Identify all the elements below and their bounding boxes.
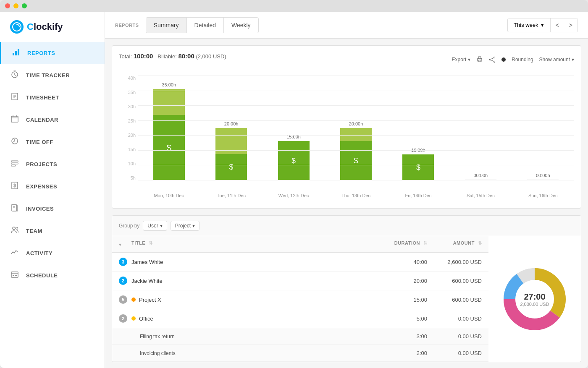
sidebar-item-reports[interactable]: REPORTS <box>0 42 105 64</box>
y-label-25: 25h <box>119 118 136 123</box>
sidebar-label-schedule: SCHEDULE <box>26 272 58 279</box>
row-amount: 600.00 USD <box>427 278 482 284</box>
table-row-sub[interactable]: Invoicing clients 2:00 0.00 USD <box>112 345 488 362</box>
y-label-15: 15h <box>119 147 136 152</box>
donut-center: 27:00 2,000.00 USD <box>520 292 549 306</box>
svg-rect-3 <box>18 49 19 55</box>
sidebar-item-team[interactable]: TEAM <box>0 220 105 242</box>
donut-section: 27:00 2,000.00 USD <box>488 236 581 362</box>
next-week-button[interactable]: > <box>564 18 578 32</box>
table-row[interactable]: 3 James White 40:00 2,600.00 USD <box>112 253 488 271</box>
color-picker[interactable] <box>501 57 506 62</box>
activity-icon <box>10 248 19 258</box>
titlebar <box>0 0 588 12</box>
bar-wed[interactable]: 15:00h $ <box>262 76 325 180</box>
expand-col: ▾ <box>119 240 131 248</box>
sidebar-label-team: TEAM <box>26 228 42 234</box>
week-label[interactable]: This week ▾ <box>508 18 550 31</box>
x-label-sun: Sun, 16th Dec <box>512 193 574 198</box>
export-button[interactable]: Export ▾ <box>452 57 471 63</box>
bar-fri[interactable]: 10:00h $ <box>387 76 449 180</box>
row-amount: 0.00 USD <box>427 350 482 356</box>
project-dot <box>131 298 136 302</box>
chevron-down-icon: ▾ <box>468 57 470 63</box>
row-duration: 5:00 <box>377 316 427 322</box>
logo: Clockify <box>0 12 105 42</box>
logo-text: Clockify <box>27 21 63 32</box>
sidebar-item-time-tracker[interactable]: TIME TRACKER <box>0 64 105 86</box>
sidebar-item-activity[interactable]: ACTIVITY <box>0 242 105 264</box>
bar-label-tue: 20:00h <box>224 121 239 126</box>
header-left: REPORTS Summary Detailed Weekly <box>115 17 259 33</box>
billable-amount: (2,000 USD) <box>196 53 226 60</box>
prev-week-button[interactable]: < <box>550 18 564 32</box>
bar-thu[interactable]: 20:00h $ <box>325 76 387 180</box>
sidebar-label-activity: ACTIVITY <box>26 250 52 256</box>
row-amount: 2,600.00 USD <box>427 259 482 265</box>
bar-mon[interactable]: 35:00h $ <box>138 76 200 180</box>
header-right: This week ▾ < > <box>507 18 578 32</box>
bar-sat: 00:00h <box>449 76 512 180</box>
sidebar-label-calendar: CALENDAR <box>26 117 58 123</box>
timesheet-icon <box>10 92 19 103</box>
sidebar-label-invoices: INVOICES <box>26 206 54 212</box>
group-by-label: Group by <box>119 223 139 229</box>
y-label-30: 30h <box>119 104 136 109</box>
maximize-button[interactable] <box>22 3 27 8</box>
sidebar: Clockify REPORTS <box>0 12 105 368</box>
x-label-tue: Tue, 11th Dec <box>200 193 262 198</box>
bar-label-sat: 00:00h <box>473 173 488 178</box>
week-selector: This week ▾ < > <box>507 18 578 32</box>
sidebar-item-invoices[interactable]: INVOICES <box>0 198 105 220</box>
donut-chart: 27:00 2,000.00 USD <box>499 264 570 335</box>
row-duration: 3:00 <box>377 333 427 339</box>
minimize-button[interactable] <box>13 3 18 8</box>
table-row[interactable]: 2 Office 5:00 0.00 USD <box>112 309 488 328</box>
print-button[interactable] <box>476 56 483 63</box>
sidebar-item-timesheet[interactable]: TIMESHEET <box>0 86 105 109</box>
col-duration: DURATION ⇅ <box>377 240 427 248</box>
calendar-icon <box>10 115 19 125</box>
close-button[interactable] <box>5 3 10 8</box>
donut-time: 27:00 <box>520 292 549 301</box>
sidebar-item-schedule[interactable]: SCHEDULE <box>0 264 105 287</box>
project-dot <box>131 316 136 321</box>
x-label-mon: Mon, 10th Dec <box>138 193 200 198</box>
main-content: REPORTS Summary Detailed Weekly This wee… <box>105 12 588 368</box>
user-badge: 2 <box>119 277 127 285</box>
total-value: 100:00 <box>134 52 153 60</box>
row-duration: 20:00 <box>377 278 427 284</box>
bar-label-fri: 10:00h <box>411 148 425 153</box>
bar-tue[interactable]: 20:00h $ <box>200 76 262 180</box>
tab-detailed[interactable]: Detailed <box>187 18 224 33</box>
table-row[interactable]: 5 Project X 15:00 600.00 USD <box>112 290 488 309</box>
project-badge: 5 <box>119 295 127 304</box>
tab-weekly[interactable]: Weekly <box>224 18 258 33</box>
svg-rect-26 <box>15 275 17 276</box>
tab-summary[interactable]: Summary <box>146 18 187 33</box>
sidebar-label-projects: PROJECTS <box>26 161 57 167</box>
svg-point-31 <box>494 57 495 58</box>
share-button[interactable] <box>489 56 496 63</box>
sidebar-item-time-off[interactable]: TIME OFF <box>0 131 105 153</box>
row-name: Project X <box>139 297 377 303</box>
svg-rect-25 <box>13 275 14 276</box>
group-by-project-select[interactable]: Project ▾ <box>171 221 200 231</box>
svg-point-32 <box>494 61 495 62</box>
group-by-user-select[interactable]: User ▾ <box>143 221 167 231</box>
rounding-button[interactable]: Rounding <box>512 57 533 63</box>
y-label-5: 5h <box>119 175 136 180</box>
show-amount-button[interactable]: Show amount ▾ <box>539 57 574 63</box>
sidebar-item-expenses[interactable]: EXPENSES <box>0 175 105 198</box>
bar-label-wed: 15:00h <box>286 134 301 139</box>
chevron-down-icon: ▾ <box>160 223 163 229</box>
sidebar-item-calendar[interactable]: CALENDAR <box>0 109 105 131</box>
sidebar-label-timesheet: TIMESHEET <box>26 94 59 101</box>
sidebar-label-time-tracker: TIME TRACKER <box>26 72 70 78</box>
table-row-sub[interactable]: Filing tax return 3:00 0.00 USD <box>112 328 488 345</box>
svg-rect-2 <box>15 51 17 55</box>
svg-rect-23 <box>11 272 18 277</box>
sidebar-item-projects[interactable]: PROJECTS <box>0 153 105 175</box>
table-row[interactable]: 2 Jackie White 20:00 600.00 USD <box>112 271 488 290</box>
svg-rect-1 <box>13 53 14 55</box>
